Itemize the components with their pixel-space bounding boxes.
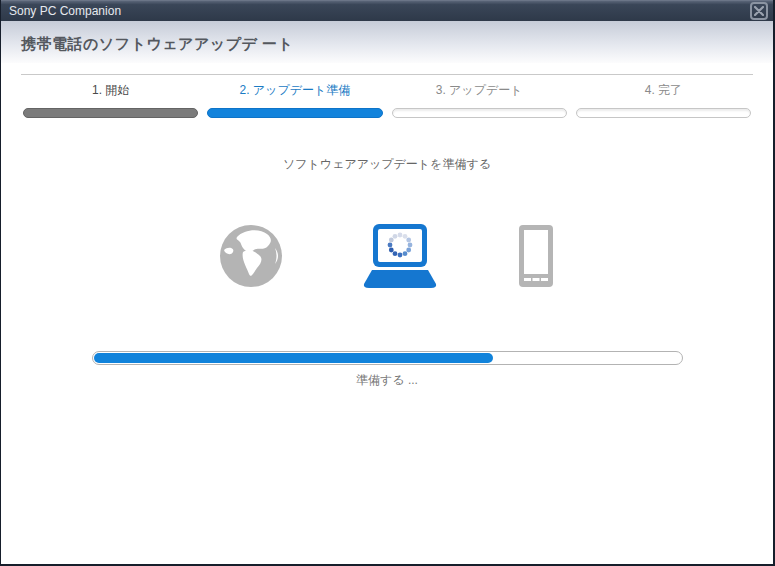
status-text: 準備する ... xyxy=(1,372,773,389)
sony-pc-companion-window: Sony PC Companion 携帯電話のソフトウェアアップデ ート 1. … xyxy=(0,0,775,566)
globe-icon xyxy=(220,225,282,287)
close-button[interactable] xyxy=(750,2,768,20)
wizard-steps: 1. 開始 2. アップデート準備 3. アップデート 4. 完了 xyxy=(23,82,751,118)
page-title: 携帯電話のソフトウェアアップデ ート xyxy=(21,35,293,54)
window-title: Sony PC Companion xyxy=(9,4,121,18)
progress-fill xyxy=(94,353,493,363)
close-icon xyxy=(754,6,764,16)
step-progress-bar xyxy=(207,108,382,118)
step-1-start: 1. 開始 xyxy=(23,82,198,118)
step-label: 4. 完了 xyxy=(576,82,751,99)
preparation-progress-bar xyxy=(92,351,683,365)
laptop-with-loading-spinner-icon xyxy=(360,224,440,288)
step-4-complete: 4. 完了 xyxy=(576,82,751,118)
step-label: 1. 開始 xyxy=(23,82,198,99)
step-3-update: 3. アップデート xyxy=(392,82,567,118)
step-2-prepare-update: 2. アップデート準備 xyxy=(207,82,382,118)
step-progress-bar xyxy=(576,108,751,118)
header-separator xyxy=(21,74,753,75)
step-progress-bar xyxy=(392,108,567,118)
prepare-update-subtitle: ソフトウェアアップデートを準備する xyxy=(1,156,773,173)
step-label: 3. アップデート xyxy=(392,82,567,99)
titlebar: Sony PC Companion xyxy=(1,0,773,21)
phone-icon xyxy=(518,224,554,288)
step-label: 2. アップデート準備 xyxy=(207,82,382,99)
sync-illustration xyxy=(1,223,773,289)
header: 携帯電話のソフトウェアアップデ ート xyxy=(1,21,773,63)
step-progress-bar xyxy=(23,108,198,118)
